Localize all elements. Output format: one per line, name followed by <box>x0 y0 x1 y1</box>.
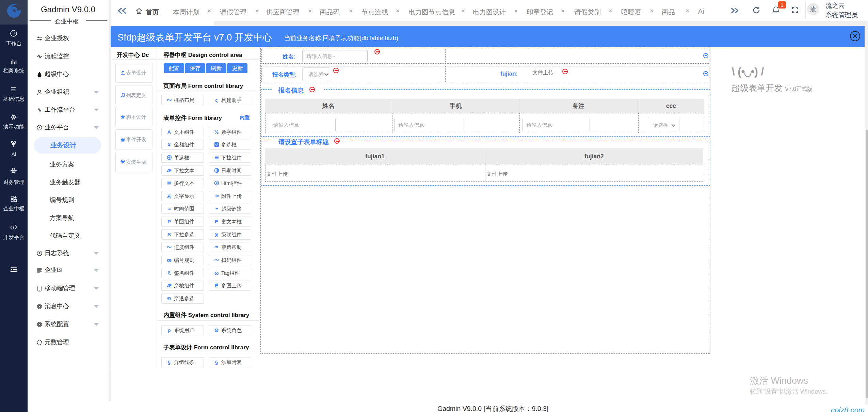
svg-text:あ: あ <box>167 193 172 199</box>
